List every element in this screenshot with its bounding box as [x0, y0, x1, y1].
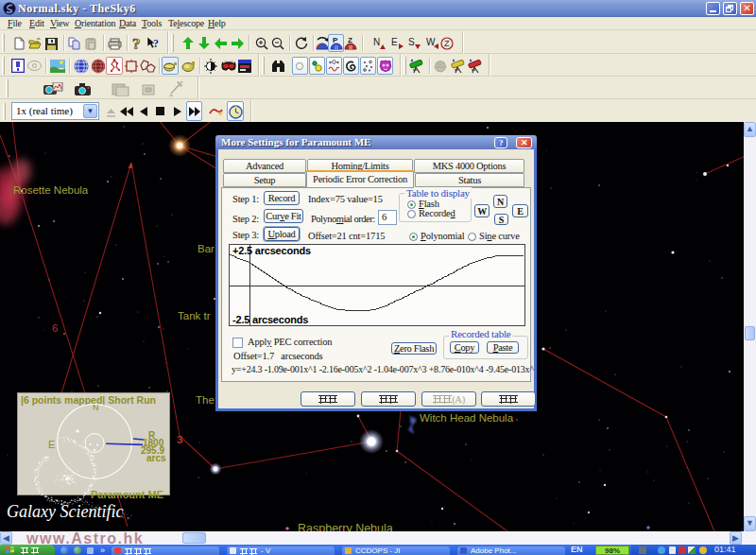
svg-text:Z: Z [444, 39, 450, 48]
svg-text:-2.5 arcseconds: -2.5 arcseconds [232, 314, 308, 325]
svg-text:Z: Z [348, 36, 352, 44]
svg-text:S: S [408, 37, 415, 47]
svg-text:?: ? [132, 36, 141, 51]
svg-text:+2.5 arcseconds: +2.5 arcseconds [232, 245, 311, 256]
svg-text:N: N [93, 403, 99, 412]
svg-text:E: E [391, 37, 398, 47]
svg-text:N: N [373, 37, 380, 47]
svg-text:P: P [333, 36, 338, 44]
svg-text:W: W [426, 37, 436, 47]
svg-text:?: ? [153, 37, 159, 50]
